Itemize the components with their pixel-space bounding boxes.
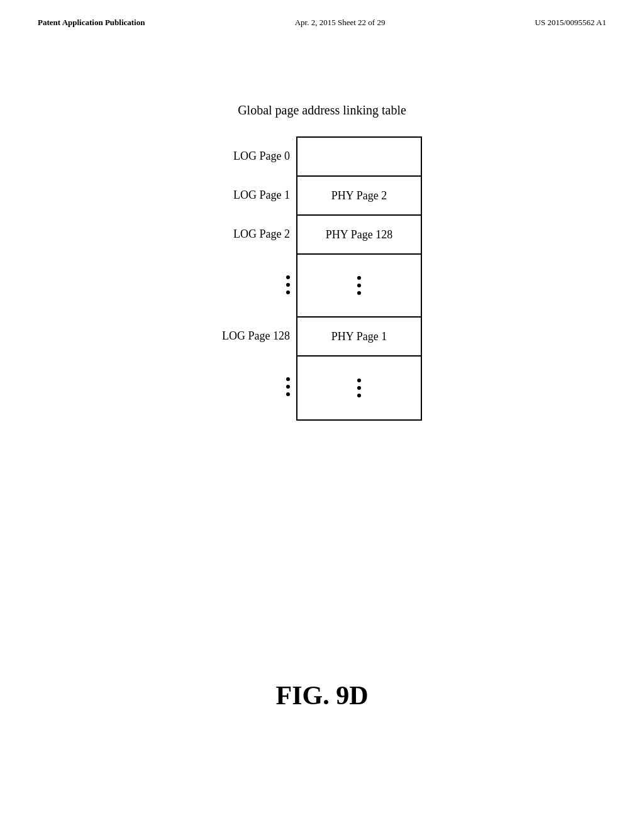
header-center: Apr. 2, 2015 Sheet 22 of 29 xyxy=(295,18,386,28)
table-cell-dots1 xyxy=(297,255,421,318)
page-layout: Patent Application Publication Apr. 2, 2… xyxy=(0,0,644,830)
left-label-dots1 xyxy=(222,253,290,316)
table-cell-dots2 xyxy=(297,357,421,419)
left-label-log1: LOG Page 1 xyxy=(222,175,290,214)
header-left: Patent Application Publication xyxy=(38,18,145,28)
header-right: US 2015/0095562 A1 xyxy=(535,18,606,28)
diagram-title: Global page address linking table xyxy=(238,103,406,118)
left-label-log2: LOG Page 2 xyxy=(222,214,290,253)
figure-label: FIG. 9D xyxy=(276,680,369,711)
left-label-log0: LOG Page 0 xyxy=(222,136,290,175)
page-header: Patent Application Publication Apr. 2, 2… xyxy=(0,0,644,28)
main-content: Global page address linking table LOG Pa… xyxy=(0,103,644,421)
left-label-dots2 xyxy=(222,355,290,418)
left-labels: LOG Page 0 LOG Page 1 LOG Page 2 LOG Pag… xyxy=(222,136,296,418)
table-cell-4: PHY Page 1 xyxy=(297,318,421,357)
dots-icon-left1 xyxy=(286,274,290,296)
dots-icon-left2 xyxy=(286,375,290,398)
dots-icon-right1 xyxy=(357,274,361,297)
table-cell-1: PHY Page 2 xyxy=(297,177,421,216)
right-table: PHY Page 2 PHY Page 128 PHY Page 1 xyxy=(296,136,422,421)
dots-icon-right2 xyxy=(357,377,361,399)
table-cell-2: PHY Page 128 xyxy=(297,216,421,255)
table-cell-0 xyxy=(297,138,421,177)
left-label-log128: LOG Page 128 xyxy=(222,316,290,355)
table-container: LOG Page 0 LOG Page 1 LOG Page 2 LOG Pag… xyxy=(222,136,422,421)
